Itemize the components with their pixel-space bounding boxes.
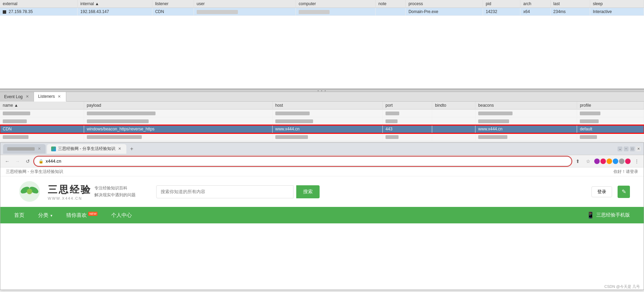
lh-profile[interactable]: profile [577, 102, 644, 109]
listener-row-2[interactable] [0, 117, 644, 125]
blurred-computer [299, 10, 330, 14]
beacon-row[interactable]: 27.159.78.35 192.168.43.147 CDN Domain-P… [0, 8, 644, 16]
cell-internal: 192.168.43.147 [78, 8, 152, 16]
refresh-button[interactable]: ↺ [24, 157, 32, 165]
profile-colors [594, 159, 631, 164]
col-internal[interactable]: internal ▲ [78, 0, 152, 8]
beacon-table-header: external internal ▲ listener user comput… [0, 0, 644, 8]
lr3-profile [577, 133, 644, 141]
nav-guess[interactable]: 猜你喜欢 NEW [66, 212, 97, 219]
cell-last: 234ms [550, 8, 590, 16]
browser-actions: ⬆ ☆ ⋮ [574, 157, 641, 165]
lh-port[interactable]: port [383, 102, 432, 109]
lr1-profile [577, 109, 644, 117]
bookmark-button[interactable]: ☆ [584, 157, 592, 165]
lr3-payload [84, 133, 272, 141]
browser-window-controls: ⌄ − □ ✕ [618, 147, 641, 151]
inactive-tab-close[interactable]: ✕ [37, 147, 42, 151]
extensions-button[interactable]: ⋮ [633, 157, 641, 165]
lr-cdn-payload: windows/beacon_https/reverse_https [84, 125, 272, 133]
tagline-1: 专注经验知识百科 [94, 185, 136, 191]
col-pid: pid [483, 0, 520, 8]
lr-cdn-host: www.x444.cn [272, 125, 382, 133]
lr2-payload [84, 117, 272, 125]
mobile-version-link[interactable]: 📱 三思经验手机版 [587, 211, 630, 219]
browser-tab-active[interactable]: 三思经验网 - 分享生活经验知识 ✕ [47, 144, 126, 154]
listener-row-cdn[interactable]: CDN windows/beacon_https/reverse_https w… [0, 125, 644, 133]
listener-row-1[interactable] [0, 109, 644, 117]
lr2-name [0, 117, 84, 125]
lr1-payload [84, 109, 272, 117]
blurred-port-1 [386, 112, 399, 115]
listeners-header: name ▲ payload host port bindto beacons … [0, 102, 644, 109]
close-button[interactable]: ✕ [636, 147, 641, 151]
address-bar[interactable]: 🔒 x444.cn [34, 156, 572, 166]
site-title-bar: 三思经验网 - 分享生活经验知识 [6, 169, 63, 175]
profile-dot-6 [625, 159, 631, 164]
site-logo: 三思经验 WWW.X444.CN 专注经验知识百科 解决现实中遇到的问题 [14, 180, 136, 203]
tab-listeners-close[interactable]: ✕ [57, 94, 62, 99]
forward-button[interactable]: → [13, 157, 22, 165]
site-search-button[interactable]: 搜索 [296, 185, 320, 198]
logo-tagline: 专注经验知识百科 解决现实中遇到的问题 [94, 185, 136, 198]
blurred-user [197, 10, 238, 14]
site-topbar: 三思经验网 - 分享生活经验知识 你好！请登录 [0, 167, 644, 176]
tab-favicon [51, 147, 56, 151]
site-header: 三思经验 WWW.X444.CN 专注经验知识百科 解决现实中遇到的问题 搜索 [0, 176, 644, 207]
tab-event-log[interactable]: Event Log ✕ [0, 92, 34, 102]
blurred-beacons-1 [478, 112, 513, 115]
restore-button[interactable]: □ [630, 147, 635, 151]
cell-process: Domain-Pre.exe [405, 8, 483, 16]
resize-handle[interactable]: • • • [0, 89, 644, 92]
lh-payload[interactable]: payload [84, 102, 272, 109]
blurred-payload-3 [87, 135, 142, 139]
blurred-beacons-2 [478, 119, 509, 123]
minimize-button[interactable]: − [624, 147, 629, 151]
blurred-profile-3 [580, 135, 597, 139]
col-listener: listener [152, 0, 194, 8]
nav-personal[interactable]: 个人中心 [111, 212, 132, 219]
blurred-profile-1 [580, 112, 600, 115]
listener-row-3[interactable] [0, 133, 644, 141]
tab-menu-button[interactable]: ⌄ [618, 147, 622, 151]
col-arch: arch [520, 0, 551, 8]
tab-listeners[interactable]: Listeners ✕ [34, 92, 66, 102]
lr2-port [383, 117, 432, 125]
site-edit-button[interactable]: ✎ [618, 186, 630, 198]
lr-cdn-profile: default [577, 125, 644, 133]
category-dropdown-arrow: ▾ [50, 213, 53, 218]
lh-beacons[interactable]: beacons [475, 102, 577, 109]
csdn-watermark: CSDN @今天是 几号 [605, 284, 640, 289]
lr3-port [383, 133, 432, 141]
nav-home[interactable]: 首页 [14, 212, 24, 219]
cell-user [194, 8, 296, 16]
active-tab-close[interactable]: ✕ [117, 147, 122, 151]
lr2-profile [577, 117, 644, 125]
blurred-name-2 [3, 119, 27, 123]
browser-tab-inactive[interactable]: ✕ [3, 144, 46, 154]
cell-arch: x64 [520, 8, 551, 16]
lh-name[interactable]: name ▲ [0, 102, 84, 109]
lr1-host [272, 109, 382, 117]
lh-bindto[interactable]: bindto [432, 102, 475, 109]
site-search-input[interactable] [156, 185, 294, 198]
site-login-button[interactable]: 登录 [591, 186, 612, 197]
lr-cdn-bindto [432, 125, 475, 133]
browser-overlay: ✕ 三思经验网 - 分享生活经验知识 ✕ + ⌄ − [0, 142, 644, 292]
logo-image [14, 180, 45, 203]
logo-url-text: WWW.X444.CN [48, 196, 92, 200]
share-button[interactable]: ⬆ [574, 157, 582, 165]
lr1-beacons [475, 109, 577, 117]
new-tab-button[interactable]: + [128, 145, 136, 153]
logo-svg [14, 180, 45, 203]
new-badge: NEW [88, 212, 97, 216]
browser-toolbar: ← → ↺ 🔒 x444.cn ⬆ ☆ [0, 155, 644, 167]
lr3-host [272, 133, 382, 141]
lh-host[interactable]: host [272, 102, 382, 109]
tagline-2: 解决现实中遇到的问题 [94, 192, 136, 198]
nav-category[interactable]: 分类 ▾ [38, 212, 53, 219]
back-button[interactable]: ← [3, 157, 11, 165]
tab-event-log-close[interactable]: ✕ [25, 94, 30, 99]
blurred-beacons-3 [478, 135, 507, 139]
blurred-name-1 [3, 112, 30, 115]
